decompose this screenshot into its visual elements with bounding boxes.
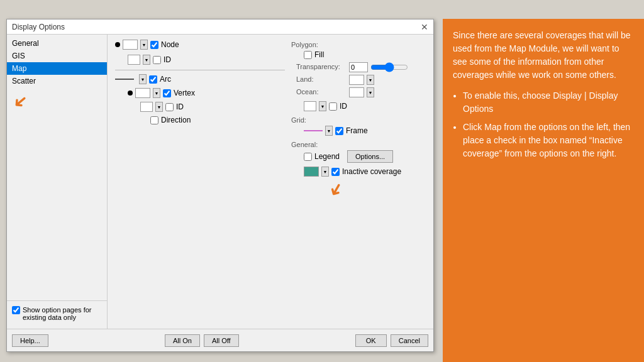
info-panel: Since there are several coverages that w… <box>443 19 644 362</box>
ocean-label: Ocean: <box>296 88 347 96</box>
arc-checkbox[interactable] <box>149 75 157 84</box>
frame-line <box>304 130 323 131</box>
vertex-dot <box>128 90 133 96</box>
node-id-section: ▼ ID <box>128 55 285 65</box>
direction-label[interactable]: Direction <box>150 116 191 124</box>
poly-id-arrow[interactable]: ▼ <box>319 101 326 111</box>
info-bullets: To enable this, choose Display | Display… <box>453 89 634 160</box>
list-item-scatter[interactable]: Scatter <box>7 75 107 87</box>
vertex-checkbox-label[interactable]: Vertex <box>163 89 195 97</box>
footer-center: All On All Off <box>165 334 239 347</box>
node-combo-arrow[interactable]: ▼ <box>140 40 148 50</box>
land-label: Land: <box>296 75 347 83</box>
frame-label[interactable]: Frame <box>335 126 368 135</box>
fill-section: Fill <box>304 50 426 59</box>
close-button[interactable]: ✕ <box>421 23 428 31</box>
dialog-titlebar: Display Options ✕ <box>7 19 433 35</box>
vertex-section: ▼ Vertex <box>128 88 285 98</box>
list-item-map[interactable]: Map <box>7 62 107 75</box>
ocean-combo[interactable] <box>349 87 364 97</box>
node-dot <box>115 42 120 47</box>
arc-section: ▼ Arc <box>115 74 285 84</box>
land-combo-arrow[interactable]: ▼ <box>367 75 374 85</box>
all-on-button[interactable]: All On <box>165 334 200 347</box>
ocean-combo-arrow[interactable]: ▼ <box>367 87 374 97</box>
node-combo[interactable] <box>123 40 138 50</box>
land-row: Land: ▼ <box>296 75 426 85</box>
left-panel: General GIS Map Scatter ➜ Show option pa… <box>7 35 108 329</box>
arc-combo-arrow[interactable]: ▼ <box>139 74 147 84</box>
arc-line <box>115 79 134 80</box>
legend-section: Legend Options... <box>304 150 426 163</box>
help-button[interactable]: Help... <box>12 334 48 347</box>
vertex-checkbox[interactable] <box>163 89 171 97</box>
poly-id-combo[interactable] <box>304 101 316 111</box>
arc-id-section: ▼ ID <box>140 102 285 112</box>
arc-id-checkbox[interactable] <box>165 103 174 111</box>
arc-id-label[interactable]: ID <box>165 102 184 111</box>
poly-id-checkbox[interactable] <box>329 102 337 111</box>
node-id-arrow[interactable]: ▼ <box>143 55 150 65</box>
legend-label[interactable]: Legend <box>304 152 340 161</box>
arc-checkbox-label[interactable]: Arc <box>149 75 171 84</box>
inactive-coverage-checkbox[interactable] <box>331 168 340 176</box>
dialog-body: General GIS Map Scatter ➜ Show option pa… <box>7 35 433 329</box>
arrow-annotation-2-container: ➜ <box>329 179 426 200</box>
frame-combo-arrow[interactable]: ▼ <box>325 126 333 136</box>
right-panel: ▼ Node ▼ ID <box>108 35 433 329</box>
show-option-pages-checkbox[interactable] <box>12 306 20 314</box>
coverage-combo-arrow[interactable]: ▼ <box>321 167 329 177</box>
fill-label[interactable]: Fill <box>304 50 324 59</box>
polygon-section: Polygon: Fill Transparency: <box>291 41 426 111</box>
general-label: General: <box>291 141 426 148</box>
info-bullet-2: Click Map from the options on the left, … <box>463 121 634 160</box>
info-paragraph: Since there are several coverages that w… <box>453 29 634 82</box>
coverage-color-swatch <box>304 167 319 177</box>
dialog-footer: Help... All On All Off OK Cancel <box>7 329 433 351</box>
arc-id-arrow[interactable]: ▼ <box>155 102 163 112</box>
node-checkbox-label[interactable]: Node <box>150 40 179 49</box>
polygon-label: Polygon: <box>291 41 426 48</box>
info-bullet-1: To enable this, choose Display | Display… <box>463 89 634 116</box>
footer-right: OK Cancel <box>355 334 428 347</box>
fill-checkbox[interactable] <box>304 51 312 59</box>
legend-checkbox[interactable] <box>304 153 312 161</box>
transparency-slider[interactable] <box>370 63 408 72</box>
dialog-title: Display Options <box>12 23 65 31</box>
vertex-combo[interactable] <box>135 88 150 98</box>
options-button[interactable]: Options... <box>347 150 393 163</box>
grid-label: Grid: <box>291 116 426 124</box>
node-checkbox[interactable] <box>150 41 158 49</box>
direction-section: Direction <box>128 116 285 124</box>
transparency-input[interactable] <box>349 62 368 72</box>
land-combo[interactable] <box>349 75 364 85</box>
node-id-combo[interactable] <box>128 55 140 65</box>
ocean-row: Ocean: ▼ <box>296 87 426 97</box>
all-off-button[interactable]: All Off <box>204 334 239 347</box>
node-section: ▼ Node <box>115 40 285 50</box>
list-item-general[interactable]: General <box>7 37 107 50</box>
cancel-button[interactable]: Cancel <box>391 334 428 347</box>
right-cols: ▼ Node ▼ ID <box>115 40 426 324</box>
ok-button[interactable]: OK <box>355 334 387 347</box>
list-item-gis[interactable]: GIS <box>7 50 107 62</box>
show-option-pages-label[interactable]: Show option pages for existing data only <box>12 306 102 321</box>
poly-id-label[interactable]: ID <box>329 102 347 111</box>
arrow-annotation-2: ➜ <box>323 178 348 200</box>
right-col-left: ▼ Node ▼ ID <box>115 40 291 324</box>
polygon-id-section: ▼ ID <box>304 101 426 111</box>
left-panel-list: General GIS Map Scatter ➜ <box>7 37 107 300</box>
vertex-combo-arrow[interactable]: ▼ <box>153 88 160 98</box>
transparency-label: Transparency: <box>296 63 347 70</box>
direction-checkbox[interactable] <box>150 116 158 124</box>
transparency-row: Transparency: <box>296 62 426 72</box>
node-id-checkbox[interactable] <box>153 56 161 64</box>
arc-id-combo[interactable] <box>140 102 153 112</box>
left-panel-footer: Show option pages for existing data only <box>7 300 107 326</box>
inactive-coverage-label[interactable]: Inactive coverage <box>331 167 401 176</box>
inactive-coverage-section: ▼ Inactive coverage <box>304 167 426 177</box>
right-col-right: Polygon: Fill Transparency: <box>291 40 426 324</box>
frame-checkbox[interactable] <box>335 127 343 135</box>
node-id-label[interactable]: ID <box>153 55 171 64</box>
arrow-annotation-1: ➜ <box>8 89 33 114</box>
